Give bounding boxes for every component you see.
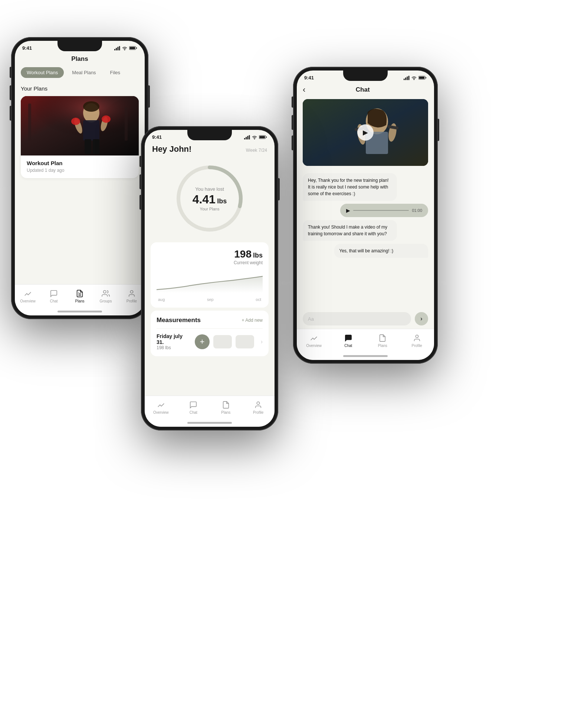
nav-item-overview-2[interactable]: Overview <box>145 399 177 415</box>
measurements-section: Measurements + Add new Friday july 31. 1… <box>151 311 269 356</box>
chat-input-placeholder: Aa <box>308 316 314 322</box>
message-received-1: Hey, Thank you for the new training plan… <box>303 173 397 201</box>
nav-item-plans-3[interactable]: Plans <box>365 332 400 348</box>
battery-icon-3 <box>418 76 427 80</box>
tab-workout-plans[interactable]: Workout Plans <box>21 67 64 78</box>
svg-rect-3 <box>119 46 120 50</box>
vol-up-button[interactable] <box>10 85 11 100</box>
greeting-text: Hey John! <box>152 144 191 154</box>
svg-rect-42 <box>426 77 426 79</box>
message-text-1: Hey, Thank you for the new training plan… <box>308 178 389 196</box>
overview-icon-3 <box>309 334 318 343</box>
measurement-chevron-icon[interactable]: › <box>261 338 263 345</box>
signal-icon-3 <box>404 76 410 80</box>
video-play-button[interactable]: ▶ <box>357 124 374 141</box>
message-text-3: Yes, that will be amazing! :) <box>339 248 394 253</box>
wifi-icon-2 <box>252 135 257 140</box>
plans-screen: 9:41 <box>15 41 145 315</box>
weight-label: Current weight <box>157 260 263 265</box>
power-button-3[interactable] <box>438 119 439 141</box>
weight-value: 198 <box>234 248 252 260</box>
svg-point-17 <box>102 115 111 123</box>
svg-rect-6 <box>136 47 137 49</box>
signal-icon <box>114 46 120 50</box>
measurement-date: Friday july 31. <box>157 333 191 345</box>
nav-label-chat: Chat <box>50 299 58 303</box>
svg-rect-0 <box>114 49 115 50</box>
status-time-2: 9:41 <box>152 134 162 140</box>
ring-sub: Your Plans <box>193 207 227 211</box>
profile-icon <box>127 289 136 298</box>
nav-item-overview-3[interactable]: Overview <box>297 332 331 348</box>
nav-item-groups[interactable]: Groups <box>93 288 119 303</box>
chat-send-button[interactable]: › <box>415 312 428 325</box>
chat-video[interactable]: ▶ <box>303 99 428 166</box>
home-indicator-3 <box>343 355 388 357</box>
phone-chat: 9:41 <box>293 67 438 364</box>
nav-item-plans-2[interactable]: Plans <box>210 399 242 415</box>
ring-value-row: 4.41 lbs <box>193 193 227 205</box>
nav-item-chat-3[interactable]: Chat <box>331 332 366 348</box>
nav-item-plans[interactable]: Plans <box>67 288 93 303</box>
tab-meal-plans[interactable]: Meal Plans <box>66 67 102 78</box>
vol-down-button-3[interactable] <box>292 135 293 150</box>
nav-label-profile-3: Profile <box>412 344 422 348</box>
power-button[interactable] <box>148 85 150 108</box>
ring-unit: lbs <box>217 197 227 205</box>
svg-rect-27 <box>247 136 248 139</box>
chat-input-field[interactable]: Aa <box>303 312 411 325</box>
notch <box>58 41 102 51</box>
svg-rect-13 <box>83 120 99 141</box>
silent-switch <box>10 67 11 78</box>
overview-icon <box>23 289 32 298</box>
power-button-2[interactable] <box>278 178 280 200</box>
nav-item-profile-2[interactable]: Profile <box>242 399 275 415</box>
measurement-weight: 198 lbs <box>157 345 191 350</box>
status-icons-3 <box>404 76 427 80</box>
ring-label: You have lost <box>193 186 227 192</box>
plan-card[interactable]: Workout Plan Updated 1 day ago <box>21 96 139 178</box>
weight-value-row: 198 lbs <box>157 248 263 260</box>
nav-label-overview: Overview <box>20 299 36 303</box>
chart-label-oct: oct <box>256 297 261 302</box>
nav-label-chat-3: Chat <box>344 344 352 348</box>
nav-item-chat[interactable]: Chat <box>41 288 67 303</box>
nav-item-chat-2[interactable]: Chat <box>177 399 210 415</box>
measurement-row: Friday july 31. 198 lbs + › <box>157 333 263 350</box>
home-indicator-2 <box>187 422 232 424</box>
back-button[interactable]: ‹ <box>303 85 305 95</box>
vol-down-button[interactable] <box>10 106 11 121</box>
nav-label-plans-3: Plans <box>378 344 387 348</box>
nav-label-plans: Plans <box>75 299 84 303</box>
divider <box>157 328 263 329</box>
svg-rect-32 <box>259 136 265 138</box>
svg-rect-18 <box>85 139 91 154</box>
silent-switch-3 <box>292 96 293 108</box>
home-indicator <box>58 311 102 312</box>
add-new-button[interactable]: + Add new <box>242 318 263 323</box>
measurement-add-button[interactable]: + <box>195 334 210 349</box>
nav-item-overview[interactable]: Overview <box>15 288 41 303</box>
measurement-thumbnail-1 <box>213 335 232 348</box>
vol-up-button-2[interactable] <box>139 174 141 189</box>
ring-text: You have lost 4.41 lbs Your Plans <box>193 186 227 211</box>
svg-point-16 <box>71 118 80 125</box>
vol-down-button-2[interactable] <box>139 195 141 210</box>
phone-overview: 9:41 <box>141 126 278 430</box>
ring-section: You have lost 4.41 lbs Your Plans <box>145 154 275 239</box>
signal-icon-2 <box>244 135 250 140</box>
plans-icon <box>75 289 84 298</box>
measurement-thumbnail-2 <box>236 335 254 348</box>
audio-message[interactable]: ▶ 01:00 <box>340 204 428 217</box>
audio-waveform <box>353 210 409 211</box>
tab-files[interactable]: Files <box>104 67 126 78</box>
profile-icon-3 <box>413 334 421 343</box>
audio-play-icon[interactable]: ▶ <box>346 207 350 213</box>
svg-rect-38 <box>407 76 408 80</box>
nav-item-profile-3[interactable]: Profile <box>400 332 434 348</box>
svg-point-20 <box>83 101 99 112</box>
chart-area <box>157 268 263 294</box>
vol-up-button-3[interactable] <box>292 115 293 130</box>
chat-screen: 9:41 <box>297 71 434 360</box>
gym-illustration <box>21 96 139 155</box>
